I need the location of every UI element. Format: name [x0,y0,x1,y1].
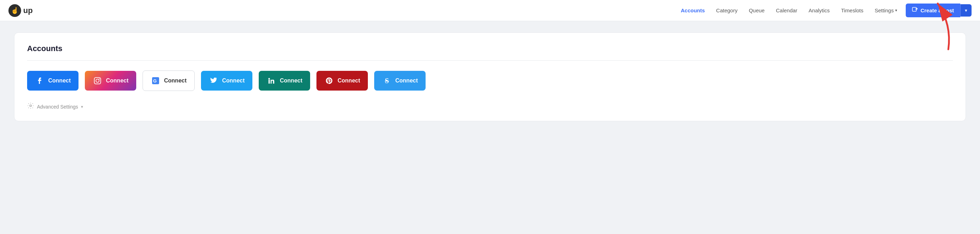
google-icon: G [151,76,161,86]
logo-text: up [23,6,33,15]
linkedin-icon [266,76,276,86]
create-post-icon [912,7,918,14]
create-post-wrapper: Create a post ▾ [906,3,972,17]
create-post-label: Create a post [921,7,954,13]
accounts-card: Accounts Connect [14,32,966,121]
connect-google-label: Connect [164,77,186,84]
twitter-icon [209,76,219,86]
nav-link-category[interactable]: Category [716,7,737,13]
connect-instagram-label: Connect [106,77,129,84]
facebook-icon [35,76,45,86]
connect-pinterest-label: Connect [337,77,360,84]
svg-point-3 [96,79,99,82]
svg-text:G: G [153,78,157,83]
main-content: Accounts Connect [0,21,980,133]
logo[interactable]: ☝ up [8,4,33,17]
settings-chevron-icon: ▾ [895,8,897,13]
nav-link-calendar[interactable]: Calendar [776,7,797,13]
advanced-settings-chevron-icon: ▾ [81,104,83,109]
accounts-title: Accounts [27,44,953,53]
nav-links: Accounts Category Queue Calendar Analyti… [681,7,897,13]
advanced-settings-label: Advanced Settings [37,104,78,110]
nav-link-timeslots[interactable]: Timeslots [841,7,864,13]
connect-twitter-label: Connect [222,77,245,84]
nav-link-analytics[interactable]: Analytics [808,7,830,13]
nav-link-accounts[interactable]: Accounts [681,7,705,13]
svg-point-4 [99,79,100,80]
navbar: ☝ up Accounts Category Queue Calendar An… [0,0,980,21]
instagram-icon [92,76,102,86]
nav-link-queue[interactable]: Queue [749,7,765,13]
svg-point-7 [30,105,32,107]
connect-facebook-label: Connect [48,77,71,84]
connect-google-button[interactable]: G Connect [143,71,195,91]
create-post-button[interactable]: Create a post [906,3,960,17]
buffer-icon: S [382,76,392,86]
connect-linkedin-label: Connect [280,77,302,84]
svg-rect-2 [94,77,101,84]
connect-buffer-label: Connect [395,77,418,84]
connect-buffer-button[interactable]: S Connect [374,71,426,91]
connect-pinterest-button[interactable]: Connect [317,71,368,91]
connect-instagram-button[interactable]: Connect [85,71,136,91]
advanced-settings[interactable]: Advanced Settings ▾ [27,102,953,111]
connect-buttons-row: Connect Connect G [27,71,953,91]
gear-icon [27,102,34,111]
divider [27,60,953,61]
nav-link-settings[interactable]: Settings ▾ [875,7,897,13]
connect-facebook-button[interactable]: Connect [27,71,78,91]
connect-twitter-button[interactable]: Connect [201,71,252,91]
connect-linkedin-button[interactable]: Connect [259,71,310,91]
create-post-dropdown-button[interactable]: ▾ [960,4,972,16]
logo-icon: ☝ [8,4,21,17]
pinterest-icon [324,76,334,86]
